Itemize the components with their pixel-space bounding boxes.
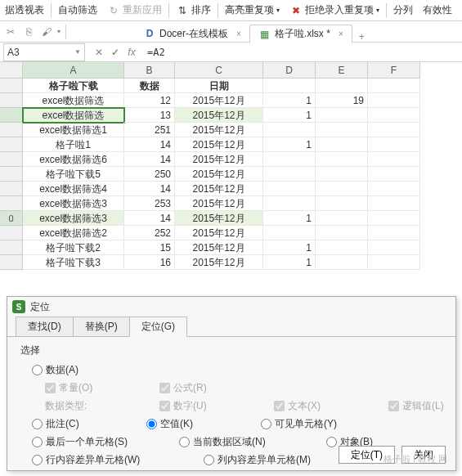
close-icon[interactable]: × (236, 29, 241, 38)
col-header-B[interactable]: B (124, 62, 175, 79)
cell[interactable]: 2015年12月 (175, 196, 263, 211)
cell[interactable]: excel数据筛选 (23, 108, 124, 123)
sort-button[interactable]: ⇅排序 (171, 2, 216, 20)
cell[interactable]: 16 (124, 255, 175, 270)
cell[interactable]: 格子啦下载3 (23, 255, 124, 270)
reject-dup-button[interactable]: ✖拒绝录入重复项▾ (285, 2, 384, 20)
cell[interactable]: 2015年12月 (175, 93, 263, 108)
add-tab-button[interactable]: + (352, 31, 371, 43)
cell[interactable] (368, 167, 420, 182)
cell[interactable]: 2015年12月 (175, 167, 263, 182)
cell[interactable]: 2015年12月 (175, 108, 263, 123)
cell[interactable]: 14 (124, 211, 175, 226)
cell[interactable] (368, 240, 420, 255)
tab-file[interactable]: ▦ 格子啦.xlsx * × (249, 25, 352, 43)
row-header[interactable] (0, 226, 23, 240)
close-button[interactable]: 关闭 (401, 446, 446, 464)
cell[interactable]: 1 (263, 137, 316, 152)
tab-goto[interactable]: 定位(G) (129, 317, 187, 337)
locate-button[interactable]: 定位(T) (339, 446, 395, 464)
cell[interactable] (263, 123, 316, 137)
cell[interactable]: excel数据筛选3 (23, 211, 124, 226)
opt-rowdiff[interactable]: 行内容差异单元格(W) (32, 453, 179, 467)
cell[interactable] (368, 211, 420, 226)
cell[interactable] (316, 108, 368, 123)
row-header[interactable] (0, 196, 23, 211)
cell[interactable]: 2015年12月 (175, 123, 263, 137)
cell[interactable]: 251 (124, 123, 175, 137)
text-to-columns-button[interactable]: 分列 (388, 2, 418, 20)
cell[interactable] (368, 93, 420, 108)
cell[interactable]: 1 (263, 108, 316, 123)
close-icon[interactable]: × (339, 29, 343, 38)
col-header-A[interactable]: A (23, 62, 124, 79)
cell[interactable]: 2015年12月 (175, 182, 263, 196)
cell[interactable] (316, 211, 368, 226)
col-header-F[interactable]: F (368, 62, 420, 79)
row-header[interactable] (0, 152, 23, 167)
cell[interactable] (263, 196, 316, 211)
cell[interactable]: 19 (316, 93, 368, 108)
cell[interactable] (368, 108, 420, 123)
opt-visible[interactable]: 可见单元格(Y) (261, 417, 351, 431)
opt-last[interactable]: 最后一个单元格(S) (32, 435, 155, 449)
row-header[interactable] (0, 93, 23, 108)
select-all-corner[interactable] (0, 62, 23, 79)
cancel-formula-button[interactable]: ✕ (92, 45, 106, 60)
row-header[interactable] (0, 182, 23, 196)
cell[interactable]: 2015年12月 (175, 226, 263, 240)
cell[interactable] (316, 137, 368, 152)
cell[interactable] (368, 226, 420, 240)
highlight-dup-button[interactable]: 高亮重复项▾ (220, 2, 285, 20)
cell[interactable] (368, 79, 420, 93)
cell[interactable]: 数据 (124, 79, 175, 93)
cell[interactable] (263, 182, 316, 196)
cell[interactable]: excel数据筛选6 (23, 152, 124, 167)
autofilter-button[interactable]: 自动筛选 (53, 2, 102, 20)
cell[interactable]: 2015年12月 (175, 211, 263, 226)
cell[interactable] (316, 79, 368, 93)
cell[interactable]: 格子啦下载 (23, 79, 124, 93)
opt-current[interactable]: 当前数据区域(N) (179, 435, 302, 449)
row-header[interactable] (0, 123, 23, 137)
cell[interactable] (316, 167, 368, 182)
cell[interactable]: 2015年12月 (175, 240, 263, 255)
accept-formula-button[interactable]: ✓ (108, 45, 123, 60)
cell[interactable]: excel数据筛选2 (23, 226, 124, 240)
fx-button[interactable]: fx (124, 45, 139, 60)
cell[interactable] (368, 137, 420, 152)
cell[interactable] (316, 196, 368, 211)
cell[interactable] (263, 79, 316, 93)
row-header[interactable] (0, 255, 23, 270)
row-header[interactable] (0, 79, 23, 93)
cell[interactable]: 格子啦1 (23, 137, 124, 152)
cell[interactable]: excel数据筛选1 (23, 123, 124, 137)
cell[interactable] (263, 167, 316, 182)
opt-blank[interactable]: 空值(K) (146, 417, 236, 431)
cell[interactable] (316, 152, 368, 167)
opt-coldiff[interactable]: 列内容差异单元格(M) (204, 453, 311, 467)
cell[interactable] (368, 182, 420, 196)
cell[interactable]: 252 (124, 226, 175, 240)
cell[interactable]: 14 (124, 152, 175, 167)
row-header[interactable]: 0 (0, 211, 23, 226)
row-header[interactable] (0, 240, 23, 255)
cell[interactable] (316, 182, 368, 196)
formula-input[interactable]: =A2 (142, 43, 462, 61)
cell[interactable]: 14 (124, 137, 175, 152)
chevron-down-icon[interactable]: ▼ (74, 48, 81, 56)
cell[interactable] (368, 123, 420, 137)
cell[interactable] (368, 152, 420, 167)
row-header[interactable] (0, 137, 23, 152)
validity-button[interactable]: 有效性 (418, 2, 457, 20)
cell[interactable] (316, 226, 368, 240)
opt-comment[interactable]: 批注(C) (32, 417, 122, 431)
spreadsheet-grid[interactable]: A B C D E F 格子啦下载数据日期excel数据筛选122015年12月… (0, 62, 462, 270)
cell[interactable]: 2015年12月 (175, 152, 263, 167)
name-box[interactable]: A3 ▼ (3, 43, 85, 61)
cell[interactable]: 2015年12月 (175, 137, 263, 152)
cell[interactable]: 日期 (175, 79, 263, 93)
cell[interactable]: 1 (263, 255, 316, 270)
cell[interactable]: 1 (263, 240, 316, 255)
cell[interactable]: 格子啦下载5 (23, 167, 124, 182)
